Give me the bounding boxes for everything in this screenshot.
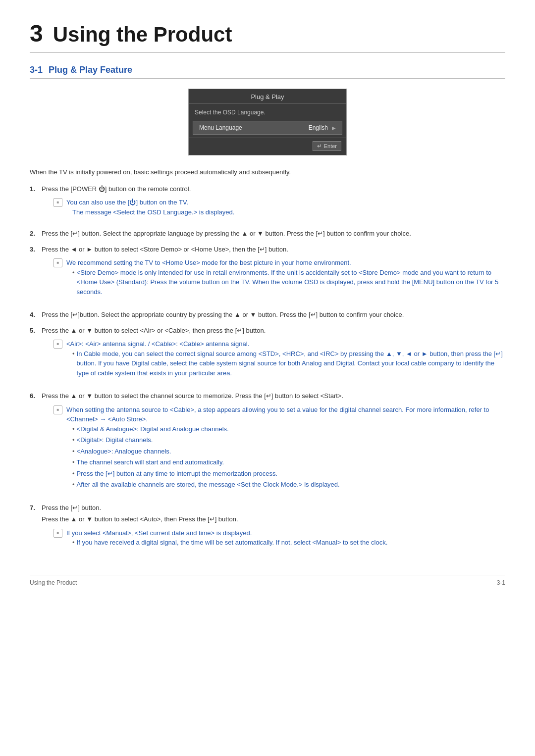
step-5-notes: ■ <Air>: <Air> antenna signal. / <Cable>… xyxy=(54,339,505,379)
steps-container: 1. Press the [POWER ⏻] button on the rem… xyxy=(30,184,505,555)
step-3: 3. Press the ◄ or ► button to select <St… xyxy=(30,245,505,304)
osd-menu-language-label: Menu Language xyxy=(199,124,309,131)
step-6-bullet-text-2: <Digital>: Digital channels. xyxy=(77,435,153,445)
intro-text: When the TV is initially powered on, bas… xyxy=(30,167,505,177)
step-5-note-row: ■ <Air>: <Air> antenna signal. / <Cable>… xyxy=(54,339,505,379)
step-4: 4. Press the [↵]button. Select the appro… xyxy=(30,310,505,320)
note-icon-6: ■ xyxy=(54,405,62,414)
step-4-num: 4. xyxy=(30,310,39,320)
note-icon-5: ■ xyxy=(54,340,62,349)
osd-title: Plug & Play xyxy=(189,89,346,104)
step-2-content: Press the [↵] button. Select the appropr… xyxy=(42,229,411,239)
osd-footer: ↵ Enter xyxy=(189,138,346,155)
step-2-text: Press the [↵] button. Select the appropr… xyxy=(42,230,411,237)
step-6: 6. Press the ▲ or ▼ button to select the… xyxy=(30,391,505,497)
step-1-note-secondary: The message <Select the OSD Language.> i… xyxy=(72,207,234,217)
step-6-content: Press the ▲ or ▼ button to select the ch… xyxy=(42,391,505,497)
step-1-note-row: ■ You can also use the [⏻] button on the… xyxy=(54,198,234,217)
step-6-bullet-text-4: The channel search will start and end au… xyxy=(77,457,224,467)
step-6-note-row: ■ When setting the antenna source to <Ca… xyxy=(54,405,505,491)
step-5-content: Press the ▲ or ▼ button to select <Air> … xyxy=(42,326,505,386)
step-6-bullet-2: • <Digital>: Digital channels. xyxy=(72,435,505,445)
note-icon-3: ■ xyxy=(54,258,62,267)
step-7-note-content: If you select <Manual>, <Set current dat… xyxy=(66,528,387,549)
section-header: 3-1 Plug & Play Feature xyxy=(30,65,505,75)
step-4-text: Press the [↵]button. Select the appropri… xyxy=(42,311,404,318)
footer-right: 3-1 xyxy=(497,579,505,586)
section-number: 3-1 xyxy=(30,65,43,75)
step-1-note-content: You can also use the [⏻] button on the T… xyxy=(66,198,234,217)
osd-enter-label: Enter xyxy=(324,143,337,149)
step-6-bullet-text-3: <Analogue>: Analogue channels. xyxy=(77,447,171,456)
step-5-num: 5. xyxy=(30,326,39,386)
chapter-divider xyxy=(30,52,505,53)
chapter-header: 3 Using the Product xyxy=(30,20,505,47)
osd-arrow: ▶ xyxy=(332,125,336,131)
step-6-num: 6. xyxy=(30,391,39,497)
osd-enter-button: ↵ Enter xyxy=(313,141,341,151)
note-icon-1: ■ xyxy=(54,198,62,207)
step-2-num: 2. xyxy=(30,229,39,239)
step-3-note-primary: We recommend setting the TV to <Home Use… xyxy=(66,258,505,268)
footer-left: Using the Product xyxy=(30,579,77,586)
step-7-subtext: Press the ▲ or ▼ button to select <Auto>… xyxy=(42,514,387,524)
osd-menu-language-value: English xyxy=(309,124,328,131)
section-divider xyxy=(30,78,505,79)
step-3-num: 3. xyxy=(30,245,39,304)
step-6-text: Press the ▲ or ▼ button to select the ch… xyxy=(42,392,343,400)
osd-instruction: Select the OSD Language. xyxy=(189,104,346,118)
step-5-bullet-text-1: In Cable mode, you can select the correc… xyxy=(77,349,505,378)
step-7-notes: ■ If you select <Manual>, <Set current d… xyxy=(54,528,387,549)
enter-icon: ↵ xyxy=(317,143,322,150)
step-6-note-content: When setting the antenna source to <Cabl… xyxy=(66,405,505,491)
section-title: Plug & Play Feature xyxy=(49,65,132,75)
step-3-content: Press the ◄ or ► button to select <Store… xyxy=(42,245,505,304)
note-icon-7: ■ xyxy=(54,529,62,538)
step-6-bullet-6: • After all the available channels are s… xyxy=(72,480,505,490)
step-3-note-content: We recommend setting the TV to <Home Use… xyxy=(66,258,505,298)
step-1: 1. Press the [POWER ⏻] button on the rem… xyxy=(30,184,505,223)
chapter-title: Using the Product xyxy=(53,23,232,47)
step-1-note-primary: You can also use the [⏻] button on the T… xyxy=(66,198,234,207)
step-1-content: Press the [POWER ⏻] button on the remote… xyxy=(42,184,234,223)
step-7-text: Press the [↵] button. xyxy=(42,503,387,513)
step-6-bullet-3: • <Analogue>: Analogue channels. xyxy=(72,447,505,456)
step-3-bullet-1: • <Store Demo> mode is only intended for… xyxy=(72,268,505,297)
step-6-notes: ■ When setting the antenna source to <Ca… xyxy=(54,405,505,491)
step-1-num: 1. xyxy=(30,184,39,223)
chapter-number: 3 xyxy=(30,20,43,47)
footer: Using the Product 3-1 xyxy=(30,575,505,586)
step-6-bullet-1: • <Digital & Analogue>: Digital and Anal… xyxy=(72,424,505,434)
step-7-bullet-text-1: If you have received a digital signal, t… xyxy=(77,538,388,548)
step-7-content: Press the [↵] button. Press the ▲ or ▼ b… xyxy=(42,503,387,555)
osd-menu-language-row: Menu Language English ▶ xyxy=(193,121,342,135)
step-7-num: 7. xyxy=(30,503,39,555)
step-3-text: Press the ◄ or ► button to select <Store… xyxy=(42,246,288,253)
step-1-text: Press the [POWER ⏻] button on the remote… xyxy=(42,185,191,193)
step-5-bullet-1: • In Cable mode, you can select the corr… xyxy=(72,349,505,378)
step-7-note-row: ■ If you select <Manual>, <Set current d… xyxy=(54,528,387,549)
step-7: 7. Press the [↵] button. Press the ▲ or … xyxy=(30,503,505,555)
step-6-bullet-5: • Press the [↵] button at any time to in… xyxy=(72,469,505,479)
step-5-text: Press the ▲ or ▼ button to select <Air> … xyxy=(42,327,266,334)
step-3-bullet-text-1: <Store Demo> mode is only intended for u… xyxy=(77,268,505,297)
step-6-bullet-text-5: Press the [↵] button at any time to inte… xyxy=(77,469,278,479)
step-7-note-primary: If you select <Manual>, <Set current dat… xyxy=(66,528,387,538)
step-4-content: Press the [↵]button. Select the appropri… xyxy=(42,310,404,320)
osd-screenshot: Plug & Play Select the OSD Language. Men… xyxy=(188,89,347,155)
step-5: 5. Press the ▲ or ▼ button to select <Ai… xyxy=(30,326,505,386)
step-2: 2. Press the [↵] button. Select the appr… xyxy=(30,229,505,239)
step-3-note-row: ■ We recommend setting the TV to <Home U… xyxy=(54,258,505,298)
step-6-note-primary: When setting the antenna source to <Cabl… xyxy=(66,405,505,424)
step-5-note-content: <Air>: <Air> antenna signal. / <Cable>: … xyxy=(66,339,505,379)
step-7-bullet-1: • If you have received a digital signal,… xyxy=(72,538,387,548)
step-6-bullet-text-6: After all the available channels are sto… xyxy=(77,480,340,490)
step-6-bullet-4: • The channel search will start and end … xyxy=(72,457,505,467)
step-5-note-primary: <Air>: <Air> antenna signal. / <Cable>: … xyxy=(66,339,505,349)
step-1-notes: ■ You can also use the [⏻] button on the… xyxy=(54,198,234,217)
step-3-notes: ■ We recommend setting the TV to <Home U… xyxy=(54,258,505,298)
step-6-bullet-text-1: <Digital & Analogue>: Digital and Analog… xyxy=(77,424,229,434)
